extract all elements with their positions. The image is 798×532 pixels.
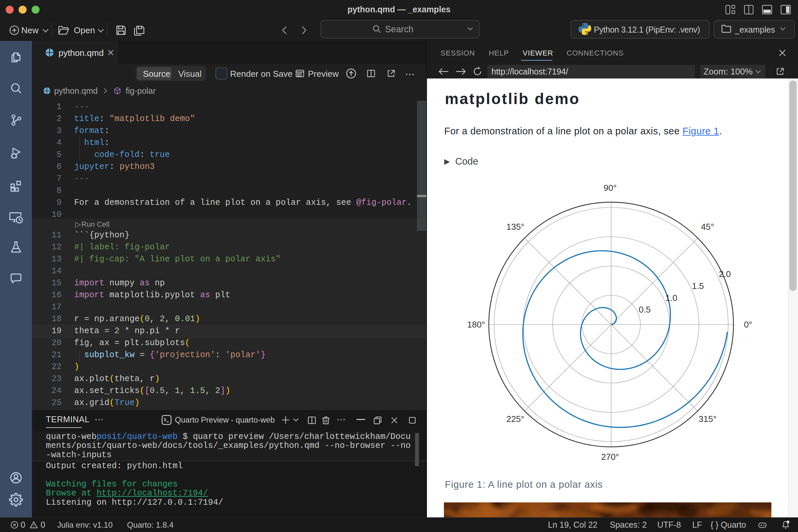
svg-text:135°: 135° [507,222,524,232]
svg-text:270°: 270° [601,452,619,462]
svg-text:45°: 45° [701,222,714,232]
svg-text:225°: 225° [507,414,524,424]
svg-text:1.0: 1.0 [665,293,677,303]
svg-text:0°: 0° [744,320,753,329]
svg-text:180°: 180° [467,320,485,329]
svg-text:2.0: 2.0 [719,269,731,279]
svg-text:90°: 90° [604,183,616,193]
svg-text:315°: 315° [699,414,717,424]
svg-text:0.5: 0.5 [639,305,651,315]
svg-text:1.5: 1.5 [692,281,704,291]
